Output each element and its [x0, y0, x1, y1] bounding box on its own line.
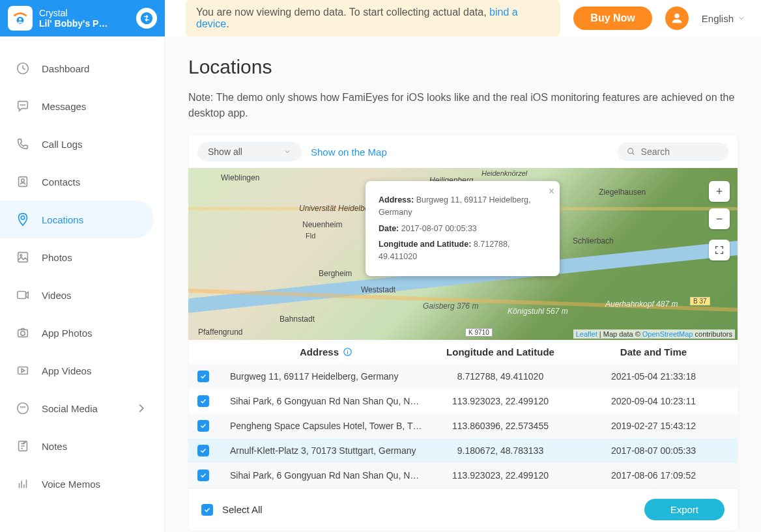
- table-row[interactable]: Sihai Park, 6 Gongyuan Rd Nan Shan Qu, N…: [188, 389, 738, 413]
- main-content: Locations Note: The demo only shows how …: [165, 36, 761, 532]
- sidebar-item-label: Voice Memos: [42, 479, 100, 490]
- search-input[interactable]: [641, 147, 719, 157]
- app-videos-icon: [16, 363, 30, 378]
- svg-point-5: [21, 105, 22, 105]
- swap-device-button[interactable]: [136, 8, 157, 29]
- table-row[interactable]: Sihai Park, 6 Gongyuan Rd Nan Shan Qu, N…: [188, 463, 738, 488]
- row-address: Sihai Park, 6 Gongyuan Rd Nan Shan Qu, N…: [230, 470, 422, 481]
- sidebar-item-messages[interactable]: Messages: [0, 87, 164, 125]
- search-box[interactable]: [618, 143, 728, 161]
- sidebar-item-call-logs[interactable]: Call Logs: [0, 125, 164, 163]
- map-attribution: Leaflet | Map data © OpenStreetMap contr…: [573, 329, 735, 339]
- svg-point-1: [19, 18, 22, 21]
- row-address: Pengheng Space Capsules Hotel, Tower B, …: [230, 421, 422, 431]
- info-icon[interactable]: [343, 347, 352, 357]
- account-avatar-button[interactable]: [665, 7, 689, 30]
- dashboard-icon: [16, 61, 30, 76]
- buy-now-button[interactable]: Buy Now: [573, 7, 652, 30]
- table-row[interactable]: Pengheng Space Capsules Hotel, Tower B, …: [188, 413, 738, 438]
- svg-point-7: [24, 105, 25, 105]
- sidebar-item-label: Notes: [42, 441, 67, 452]
- language-select[interactable]: English: [702, 13, 745, 24]
- zoom-in-button[interactable]: +: [709, 181, 730, 202]
- row-date: 2021-05-04 21:33:18: [579, 371, 728, 382]
- sidebar-item-voice-memos[interactable]: Voice Memos: [0, 465, 164, 503]
- sidebar-item-label: Dashboard: [42, 63, 89, 74]
- language-label: English: [702, 13, 734, 24]
- row-checkbox[interactable]: [197, 395, 209, 407]
- row-checkbox[interactable]: [197, 445, 209, 456]
- chevron-right-icon: [134, 401, 149, 415]
- page-title: Locations: [188, 56, 738, 78]
- social-media-icon: [16, 401, 30, 415]
- videos-icon: [16, 288, 30, 302]
- sidebar-item-videos[interactable]: Videos: [0, 276, 164, 314]
- sidebar-item-app-videos[interactable]: App Videos: [0, 352, 164, 389]
- contacts-icon: [16, 175, 30, 189]
- row-address: Burgweg 11, 69117 Heidelberg, Germany: [230, 371, 422, 382]
- svg-point-17: [18, 403, 29, 414]
- table-row[interactable]: Burgweg 11, 69117 Heidelberg, Germany8.7…: [188, 364, 738, 389]
- show-on-map-link[interactable]: Show on the Map: [311, 147, 387, 158]
- sidebar-item-label: App Photos: [42, 328, 93, 339]
- svg-point-18: [21, 407, 22, 408]
- svg-point-20: [24, 407, 25, 408]
- select-all-checkbox[interactable]: Select All: [201, 504, 263, 516]
- sidebar-item-app-photos[interactable]: App Photos: [0, 314, 164, 352]
- table-row[interactable]: Arnulf-Klett-Platz 3, 70173 Stuttgart, G…: [188, 438, 738, 463]
- photos-icon: [16, 250, 30, 264]
- col-address: Address: [300, 346, 339, 357]
- zoom-out-button[interactable]: −: [709, 208, 730, 229]
- search-icon: [627, 147, 636, 157]
- row-date: 2020-09-04 10:23:11: [579, 396, 728, 406]
- row-coords: 113.923023, 22.499120: [422, 470, 579, 481]
- row-coords: 9.180672, 48.783133: [422, 445, 579, 456]
- device-name: Lil' Bobby's P…: [39, 18, 136, 29]
- filter-dropdown[interactable]: Show all: [197, 142, 302, 161]
- voice-memos-icon: [16, 477, 30, 491]
- brand-box: Crystal Lil' Bobby's P…: [0, 0, 165, 36]
- svg-point-6: [23, 105, 23, 105]
- export-button[interactable]: Export: [644, 499, 725, 520]
- svg-rect-16: [18, 367, 28, 374]
- row-coords: 113.923023, 22.499120: [422, 396, 579, 406]
- sidebar-item-notes[interactable]: Notes: [0, 427, 164, 465]
- sidebar-item-contacts[interactable]: Contacts: [0, 163, 164, 201]
- svg-point-2: [141, 12, 152, 24]
- call-logs-icon: [16, 137, 30, 151]
- map-popup: × Address: Burgweg 11, 69117 Heidelberg,…: [366, 181, 560, 276]
- page-note: Note: The demo only shows how FamiEyes f…: [188, 90, 738, 121]
- row-address: Arnulf-Klett-Platz 3, 70173 Stuttgart, G…: [230, 445, 422, 456]
- fullscreen-icon: [714, 245, 725, 255]
- filter-label: Show all: [208, 147, 242, 157]
- sidebar-item-label: App Videos: [42, 365, 91, 376]
- messages-icon: [16, 99, 30, 113]
- row-coords: 8.712788, 49.411020: [422, 371, 579, 382]
- sidebar-item-social-media[interactable]: Social Media: [0, 389, 164, 427]
- row-checkbox[interactable]: [197, 420, 209, 432]
- sidebar-item-locations[interactable]: Locations: [0, 201, 154, 238]
- sidebar-item-label: Photos: [42, 252, 72, 263]
- sidebar-item-dashboard[interactable]: Dashboard: [0, 49, 164, 87]
- svg-point-12: [20, 255, 22, 257]
- sidebar-item-photos[interactable]: Photos: [0, 238, 164, 276]
- row-coords: 113.860396, 22.573455: [422, 421, 579, 431]
- svg-point-9: [22, 179, 25, 182]
- row-checkbox[interactable]: [197, 469, 209, 481]
- svg-point-3: [674, 14, 679, 18]
- app-photos-icon: [16, 326, 30, 340]
- brand-logo: [8, 6, 33, 31]
- close-icon[interactable]: ×: [549, 184, 554, 199]
- chevron-down-icon: [738, 14, 745, 22]
- sidebar-item-label: Social Media: [42, 403, 98, 414]
- notes-icon: [16, 439, 30, 453]
- select-all-label: Select All: [222, 504, 263, 515]
- sidebar-item-label: Locations: [42, 214, 83, 225]
- fullscreen-button[interactable]: [709, 240, 730, 260]
- row-address: Sihai Park, 6 Gongyuan Rd Nan Shan Qu, N…: [230, 396, 422, 406]
- map[interactable]: Wieblingen Universität Heidelberg Neuenh…: [188, 168, 738, 340]
- row-checkbox[interactable]: [197, 371, 209, 382]
- demo-banner: You are now viewing demo data. To start …: [186, 0, 560, 36]
- locations-card: Show all Show on the Map Wieblingen Univ…: [188, 135, 738, 531]
- row-date: 2017-08-07 00:05:33: [579, 445, 728, 456]
